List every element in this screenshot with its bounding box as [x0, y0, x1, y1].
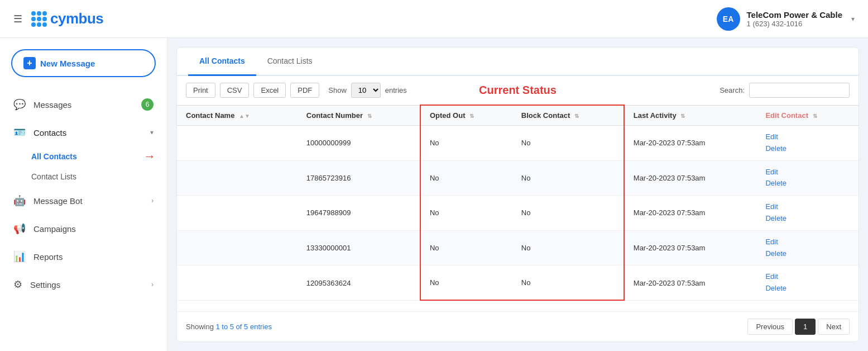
new-message-label: New Message — [40, 59, 95, 68]
cell-contact-name — [177, 126, 298, 161]
cell-block-contact: No — [512, 160, 624, 196]
csv-button[interactable]: CSV — [220, 83, 250, 98]
cell-edit-delete: Edit Delete — [756, 126, 859, 161]
contacts-chevron-icon: ▾ — [150, 129, 154, 136]
tab-all-contacts[interactable]: All Contacts — [188, 48, 256, 76]
arrow-right-icon: → — [143, 149, 156, 164]
cell-last-activity: Mar-20-2023 07:53am — [624, 230, 757, 265]
logo-text: cymbus — [50, 10, 103, 27]
col-opted-out[interactable]: Opted Out ⇅ — [420, 105, 512, 126]
cell-opted-out: No — [420, 230, 512, 265]
cell-last-activity: Mar-20-2023 07:53am — [624, 196, 757, 231]
next-button[interactable]: Next — [818, 319, 850, 335]
chevron-down-icon[interactable]: ▾ — [851, 15, 855, 23]
sidebar-item-contacts[interactable]: 🪪 Contacts ▾ — [0, 118, 167, 146]
print-button[interactable]: Print — [186, 83, 215, 98]
logo: cymbus — [31, 10, 103, 27]
tab-contact-lists[interactable]: Contact Lists — [256, 48, 324, 76]
contacts-table: Contact Name ▲▼ Contact Number ⇅ Opted O… — [177, 105, 859, 301]
showing-text: Showing 1 to 5 of 5 entries — [186, 322, 272, 331]
header-left: ☰ cymbus — [13, 10, 103, 27]
sidebar-item-message-bot[interactable]: 🤖 Message Bot › — [0, 187, 167, 215]
cell-last-activity: Mar-20-2023 07:53am — [624, 126, 757, 161]
delete-link[interactable]: Delete — [765, 178, 850, 189]
avatar: EA — [717, 7, 740, 31]
contacts-icon: 🪪 — [13, 126, 26, 139]
col-block-contact[interactable]: Block Contact ⇅ — [512, 105, 624, 126]
cell-contact-number: 19647988909 — [298, 196, 420, 231]
content-area: All Contacts Contact Lists Print CSV Exc… — [167, 38, 868, 351]
reports-icon: 📊 — [13, 250, 26, 263]
sort-icon: ⇅ — [469, 113, 474, 119]
logo-dots — [31, 11, 47, 27]
edit-link[interactable]: Edit — [765, 271, 850, 283]
cell-edit-delete: Edit Delete — [756, 160, 859, 196]
cell-block-contact: No — [512, 126, 624, 161]
pdf-button[interactable]: PDF — [290, 83, 319, 98]
cell-edit-delete: Edit Delete — [756, 230, 859, 265]
settings-chevron-icon: › — [151, 281, 154, 288]
settings-icon: ⚙ — [13, 278, 22, 291]
delete-link[interactable]: Delete — [765, 143, 850, 155]
edit-link[interactable]: Edit — [765, 236, 850, 248]
col-contact-number[interactable]: Contact Number ⇅ — [298, 105, 420, 126]
delete-link[interactable]: Delete — [765, 283, 850, 295]
cell-contact-name — [177, 265, 298, 301]
new-message-button[interactable]: + New Message — [11, 49, 156, 77]
header: ☰ cymbus EA TeleCom Power & Cable 1 (623… — [0, 0, 868, 38]
sidebar-item-messages[interactable]: 💬 Messages 6 — [0, 91, 167, 118]
sidebar-item-reports[interactable]: 📊 Reports — [0, 243, 167, 271]
contact-lists-label: Contact Lists — [31, 172, 76, 181]
cell-contact-number: 13330000001 — [298, 230, 420, 265]
cell-opted-out: No — [420, 196, 512, 231]
hamburger-icon[interactable]: ☰ — [13, 13, 22, 25]
show-label: Show — [328, 86, 347, 94]
cell-opted-out: No — [420, 126, 512, 161]
sidebar-item-reports-label: Reports — [33, 252, 63, 262]
edit-link[interactable]: Edit — [765, 131, 850, 143]
sidebar-item-messages-label: Messages — [33, 100, 71, 110]
page-1-button[interactable]: 1 — [795, 319, 816, 335]
sidebar-item-all-contacts[interactable]: All Contacts → — [0, 146, 167, 167]
cell-contact-name — [177, 160, 298, 196]
excel-button[interactable]: Excel — [253, 83, 286, 98]
cell-contact-number: 10000000999 — [298, 126, 420, 161]
sidebar-item-campaigns[interactable]: 📢 Campaigns — [0, 215, 167, 243]
campaigns-icon: 📢 — [13, 222, 26, 235]
col-contact-name[interactable]: Contact Name ▲▼ — [177, 105, 298, 126]
messages-icon: 💬 — [13, 98, 26, 111]
company-phone: 1 (623) 432-1016 — [747, 20, 842, 28]
previous-button[interactable]: Previous — [747, 319, 793, 335]
content-inner: All Contacts Contact Lists Print CSV Exc… — [176, 47, 859, 342]
cell-contact-name — [177, 230, 298, 265]
sidebar-item-message-bot-label: Message Bot — [33, 196, 83, 206]
sort-icon: ⇅ — [574, 113, 579, 119]
delete-link[interactable]: Delete — [765, 248, 850, 260]
edit-link[interactable]: Edit — [765, 201, 850, 213]
cell-edit-delete: Edit Delete — [756, 265, 859, 301]
table-footer: Showing 1 to 5 of 5 entries Previous 1 N… — [177, 311, 859, 341]
table-row: 13330000001 No No Mar-20-2023 07:53am Ed… — [177, 230, 859, 265]
cell-contact-number: 17865723916 — [298, 160, 420, 196]
cell-contact-number: 12095363624 — [298, 265, 420, 301]
edit-link[interactable]: Edit — [765, 167, 850, 178]
cell-edit-delete: Edit Delete — [756, 196, 859, 231]
message-bot-chevron-icon: › — [151, 197, 154, 205]
cell-opted-out: No — [420, 265, 512, 301]
entries-select[interactable]: 10 25 50 — [351, 83, 381, 98]
col-last-activity[interactable]: Last Activity ⇅ — [624, 105, 757, 126]
col-edit-contact[interactable]: Edit Contact ⇅ — [756, 105, 859, 126]
entries-label: entries — [385, 86, 407, 94]
company-name: TeleCom Power & Cable — [747, 10, 842, 20]
pagination: Previous 1 Next — [747, 319, 850, 335]
sidebar-item-settings[interactable]: ⚙ Settings › — [0, 271, 167, 298]
current-status-label: Current Status — [479, 84, 557, 97]
sort-icon: ⇅ — [680, 113, 685, 119]
delete-link[interactable]: Delete — [765, 213, 850, 225]
showing-link[interactable]: 1 to 5 of 5 entries — [215, 322, 271, 331]
search-input[interactable] — [749, 83, 850, 98]
sidebar-item-contact-lists[interactable]: Contact Lists — [0, 167, 167, 187]
sidebar-item-contacts-label: Contacts — [33, 128, 66, 137]
sort-icon: ▲▼ — [239, 113, 250, 119]
table-controls: Print CSV Excel PDF Show 10 25 50 entrie… — [177, 76, 859, 105]
